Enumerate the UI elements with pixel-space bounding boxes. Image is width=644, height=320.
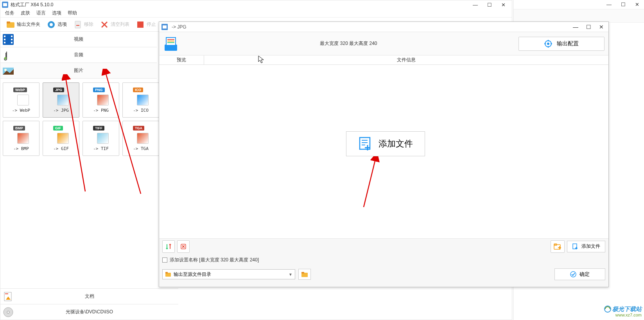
format-tile-webp[interactable]: WebP-> WebP (3, 82, 39, 118)
options-button[interactable]: 选项 (43, 18, 70, 31)
format-badge: BMP (13, 126, 25, 131)
add-file-label: 添加文件 (581, 243, 600, 250)
delete-icon (180, 243, 187, 250)
format-tile-label: -> WebP (12, 108, 30, 113)
remove-button[interactable]: 移除 (70, 18, 97, 31)
sort-button[interactable] (162, 240, 175, 253)
format-tile-label: -> TIF (93, 146, 109, 151)
title-bar: 格式工厂 X64 5.10.0 — ☐ ✕ (0, 0, 512, 9)
format-tiles: WebP-> WebPJPG-> JPGPNG-> PNGICO-> ICOBM… (0, 79, 157, 160)
chevron-down-icon: ▼ (289, 272, 292, 277)
format-tile-ico[interactable]: ICO-> ICO (122, 82, 159, 118)
output-destination-combo[interactable]: 输出至源文件目录 ▼ (162, 269, 295, 279)
watermark-logo-icon (604, 306, 611, 313)
ok-label: 确定 (579, 271, 590, 278)
svg-rect-13 (4, 39, 5, 40)
svg-point-20 (4, 69, 7, 71)
file-preview (17, 95, 29, 105)
format-tile-png[interactable]: PNG-> PNG (83, 82, 119, 118)
file-preview (57, 95, 69, 105)
ok-button[interactable]: 确定 (554, 268, 605, 280)
col-preview[interactable]: 预览 (159, 55, 204, 64)
format-tile-jpg[interactable]: JPG-> JPG (43, 82, 79, 118)
folder-plus-icon (554, 243, 561, 250)
minimize-button[interactable]: — (605, 2, 613, 7)
output-config-label: 输出配置 (557, 40, 579, 47)
close-button[interactable]: ✕ (500, 2, 507, 8)
maximize-button[interactable]: ☐ (486, 2, 493, 8)
category-document[interactable]: 文档 (0, 288, 178, 304)
stop-button[interactable]: 停止 (133, 18, 159, 31)
menu-skin[interactable]: 皮肤 (21, 10, 30, 16)
add-file-large-button[interactable]: 添加文件 (346, 131, 425, 156)
close-button[interactable]: ✕ (633, 2, 641, 7)
close-button[interactable]: ✕ (597, 23, 606, 31)
add-settings-name-checkbox[interactable] (162, 257, 167, 263)
format-tile-tga[interactable]: TGA-> TGA (122, 121, 159, 156)
file-preview (97, 95, 109, 105)
secondary-toolbar (513, 9, 644, 23)
format-tile-gif[interactable]: GIF-> GIF (43, 121, 79, 156)
menu-language[interactable]: 语言 (36, 10, 46, 16)
maximize-button[interactable]: ☐ (584, 23, 594, 31)
options-label: 选项 (57, 21, 67, 28)
folder-icon (165, 271, 171, 277)
format-tile-tiff[interactable]: TIFF-> TIF (83, 121, 119, 156)
minimize-button[interactable]: — (471, 2, 479, 8)
file-preview (17, 133, 29, 144)
dialog-footer-output-row: 输出至源文件目录 ▼ 确定 (159, 266, 608, 283)
secondary-window-controls: — ☐ ✕ (513, 0, 644, 9)
svg-rect-12 (4, 36, 5, 37)
audio-icon (3, 50, 14, 61)
svg-rect-1 (3, 3, 7, 6)
add-file-icon (358, 136, 373, 151)
audio-label: 音频 (74, 52, 83, 58)
menu-task[interactable]: 任务 (5, 10, 14, 16)
file-thumbnail: GIF (53, 126, 69, 144)
format-tile-label: -> ICO (133, 108, 149, 113)
options-icon (47, 20, 56, 29)
document-icon (3, 291, 14, 302)
svg-rect-6 (75, 21, 81, 28)
format-badge: JPG (53, 88, 64, 92)
add-file-large-label: 添加文件 (379, 138, 413, 150)
add-folder-button[interactable] (551, 240, 565, 253)
delete-button[interactable] (177, 240, 190, 253)
svg-point-33 (547, 43, 549, 45)
output-config-button[interactable]: 输出配置 (518, 37, 605, 51)
output-folder-button[interactable]: 输出文件夹 (3, 18, 43, 31)
check-circle-icon (570, 271, 576, 277)
menu-bar: 任务 皮肤 语言 选项 帮助 (0, 9, 512, 18)
format-tile-bmp[interactable]: BMP-> BMP (3, 121, 39, 156)
menu-options[interactable]: 选项 (52, 10, 61, 16)
minimize-button[interactable]: — (570, 23, 581, 31)
category-image[interactable]: 图片 (0, 63, 157, 79)
menu-help[interactable]: 帮助 (68, 10, 77, 16)
category-audio[interactable]: 音频 (0, 47, 157, 63)
col-fileinfo[interactable]: 文件信息 (204, 55, 608, 64)
window-controls: — ☐ ✕ (471, 2, 510, 8)
category-optical[interactable]: 光驱设备\DVD\CD\ISO (0, 304, 178, 320)
add-settings-name-label: 添加设置名称 [最大宽度 320 最大高度 240] (170, 257, 259, 263)
video-label: 视频 (74, 36, 83, 43)
svg-rect-16 (11, 39, 13, 40)
dialog-title-bar: -> JPG — ☐ ✕ (159, 22, 608, 32)
svg-point-18 (4, 57, 7, 59)
jpg-file-icon (161, 24, 168, 30)
file-thumbnail: BMP (13, 126, 29, 144)
svg-rect-3 (7, 21, 10, 23)
category-video[interactable]: 视频 (0, 32, 157, 47)
format-tile-label: -> JPG (53, 108, 69, 113)
browse-folder-button[interactable] (298, 269, 311, 280)
format-tile-label: -> TGA (133, 146, 149, 151)
size-info: 最大宽度 320 最大高度 240 (179, 40, 518, 47)
format-tile-label: -> BMP (13, 146, 29, 151)
add-file-button[interactable]: 添加文件 (567, 241, 605, 252)
svg-rect-14 (4, 42, 5, 43)
document-minus-icon (73, 20, 83, 29)
clear-list-button[interactable]: 清空列表 (97, 18, 133, 31)
document-label: 文档 (85, 293, 94, 300)
dialog-title: -> JPG (172, 24, 187, 30)
maximize-button[interactable]: ☐ (619, 2, 627, 7)
stop-label: 停止 (147, 21, 156, 28)
